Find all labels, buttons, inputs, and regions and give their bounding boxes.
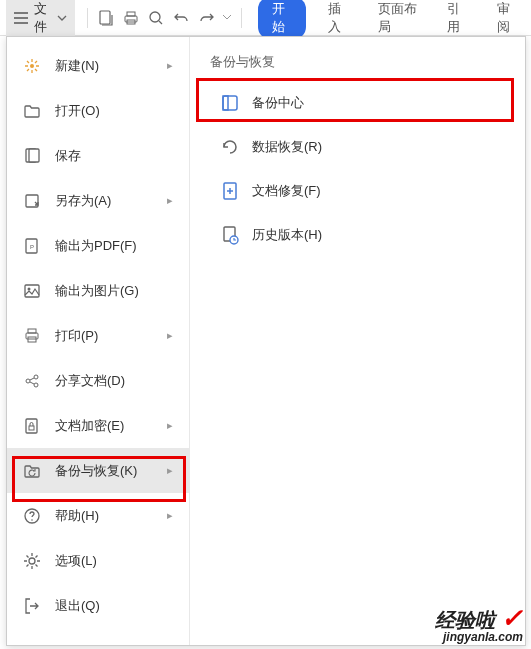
watermark-text: 经验啦 ✓	[435, 605, 523, 631]
undo-icon[interactable]	[171, 6, 192, 30]
file-menu-button[interactable]: 文件	[6, 0, 75, 40]
panel-item-label: 历史版本(H)	[252, 226, 322, 244]
redo-icon[interactable]	[196, 6, 217, 30]
pdf-icon: P	[23, 237, 41, 255]
menu-export-image[interactable]: 输出为图片(G)	[7, 268, 189, 313]
exit-icon	[23, 597, 41, 615]
watermark-url: jingyanla.com	[435, 631, 523, 643]
gear-icon	[23, 552, 41, 570]
ribbon-tabs: 开始 插入 页面布局 引用 审阅	[258, 0, 525, 40]
menu-saveas[interactable]: 另存为(A) ▸	[7, 178, 189, 223]
panel-title: 备份与恢复	[206, 53, 505, 71]
panel-data-recover[interactable]: 数据恢复(R)	[206, 125, 505, 169]
menu-save[interactable]: 保存	[7, 133, 189, 178]
file-menu-list: 新建(N) ▸ 打开(O) 保存 另存为(A) ▸ P 输	[7, 37, 190, 645]
submenu-panel: 备份与恢复 备份中心 数据恢复(R) 文档修复(F) 历史版本(H)	[190, 37, 525, 645]
recover-icon	[220, 137, 240, 157]
menu-label: 退出(Q)	[55, 597, 173, 615]
highlight-box-menu	[12, 456, 186, 502]
tab-layout[interactable]: 页面布局	[370, 0, 426, 40]
file-dropdown: 新建(N) ▸ 打开(O) 保存 另存为(A) ▸ P 输	[6, 36, 526, 646]
file-button-label: 文件	[34, 0, 53, 36]
preview-icon[interactable]	[146, 6, 167, 30]
saveas-icon	[23, 192, 41, 210]
menu-open[interactable]: 打开(O)	[7, 88, 189, 133]
menu-label: 打开(O)	[55, 102, 173, 120]
svg-point-17	[34, 375, 38, 379]
menu-label: 输出为PDF(F)	[55, 237, 173, 255]
menu-label: 分享文档(D)	[55, 372, 173, 390]
chevron-right-icon: ▸	[167, 419, 173, 432]
menu-new[interactable]: 新建(N) ▸	[7, 43, 189, 88]
svg-point-16	[26, 379, 30, 383]
menu-label: 打印(P)	[55, 327, 167, 345]
separator	[241, 8, 242, 28]
svg-text:P: P	[30, 244, 34, 250]
new-icon	[23, 57, 41, 75]
svg-point-23	[29, 558, 35, 564]
menu-share[interactable]: 分享文档(D)	[7, 358, 189, 403]
menu-label: 选项(L)	[55, 552, 173, 570]
svg-rect-7	[29, 149, 39, 162]
chevron-right-icon: ▸	[167, 194, 173, 207]
menu-exit[interactable]: 退出(Q)	[7, 583, 189, 628]
history-icon	[220, 225, 240, 245]
svg-rect-13	[28, 329, 36, 333]
menu-label: 保存	[55, 147, 173, 165]
tab-review[interactable]: 审阅	[489, 0, 525, 40]
svg-rect-20	[29, 426, 34, 430]
menu-export-pdf[interactable]: P 输出为PDF(F)	[7, 223, 189, 268]
check-icon: ✓	[501, 603, 523, 633]
separator	[87, 8, 88, 28]
menu-label: 另存为(A)	[55, 192, 167, 210]
svg-point-22	[31, 519, 33, 521]
watermark: 经验啦 ✓ jingyanla.com	[435, 605, 523, 643]
menu-encrypt[interactable]: 文档加密(E) ▸	[7, 403, 189, 448]
menu-print[interactable]: 打印(P) ▸	[7, 313, 189, 358]
image-icon	[23, 282, 41, 300]
svg-point-5	[30, 64, 34, 68]
panel-item-label: 数据恢复(R)	[252, 138, 322, 156]
chevron-down-icon	[57, 15, 67, 21]
chevron-down-icon[interactable]	[223, 15, 231, 20]
svg-rect-0	[100, 11, 110, 24]
svg-point-12	[28, 287, 31, 290]
panel-doc-repair[interactable]: 文档修复(F)	[206, 169, 505, 213]
folder-icon	[23, 102, 41, 120]
hamburger-icon	[14, 12, 28, 24]
new-doc-icon[interactable]	[96, 6, 117, 30]
svg-rect-1	[127, 12, 135, 16]
lock-icon	[23, 417, 41, 435]
print-icon[interactable]	[121, 6, 142, 30]
chevron-right-icon: ▸	[167, 509, 173, 522]
help-icon	[23, 507, 41, 525]
menu-label: 文档加密(E)	[55, 417, 167, 435]
repair-icon	[220, 181, 240, 201]
panel-item-label: 文档修复(F)	[252, 182, 321, 200]
menu-label: 帮助(H)	[55, 507, 167, 525]
save-icon	[23, 147, 41, 165]
svg-point-18	[34, 383, 38, 387]
svg-point-4	[150, 12, 160, 22]
top-toolbar: 文件 开始 插入 页面布局 引用 审阅	[0, 0, 531, 36]
chevron-right-icon: ▸	[167, 59, 173, 72]
tab-start[interactable]: 开始	[258, 0, 306, 39]
menu-label: 新建(N)	[55, 57, 167, 75]
panel-history[interactable]: 历史版本(H)	[206, 213, 505, 257]
tab-insert[interactable]: 插入	[320, 0, 356, 40]
menu-options[interactable]: 选项(L)	[7, 538, 189, 583]
share-icon	[23, 372, 41, 390]
menu-label: 输出为图片(G)	[55, 282, 173, 300]
highlight-box-panel	[196, 78, 514, 122]
tab-reference[interactable]: 引用	[439, 0, 475, 40]
print-icon	[23, 327, 41, 345]
chevron-right-icon: ▸	[167, 329, 173, 342]
